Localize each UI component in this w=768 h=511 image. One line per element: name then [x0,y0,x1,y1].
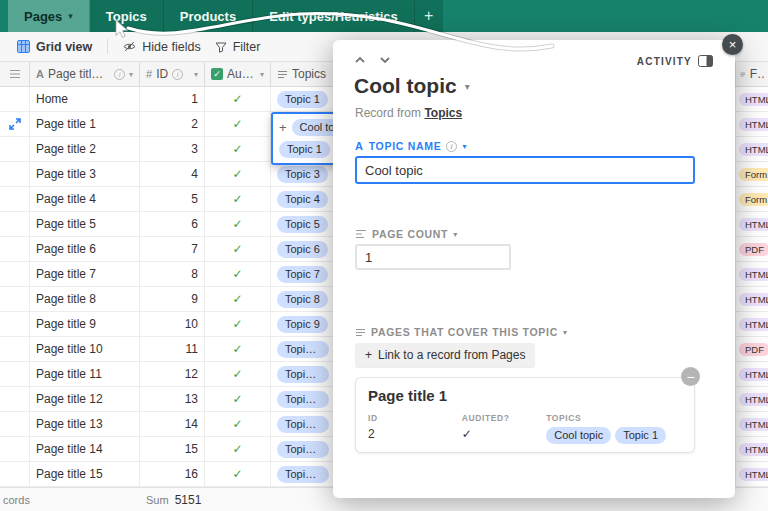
format-cell[interactable]: HTML [735,412,768,437]
audited-cell[interactable]: ✓ [205,212,271,237]
chevron-down-icon[interactable]: ▾ [563,328,568,337]
page-title-cell[interactable]: Page title 4 [30,187,140,212]
topics-cell[interactable]: Topic 7 [271,262,336,287]
audited-cell[interactable]: ✓ [205,237,271,262]
page-title-cell[interactable]: Page title 6 [30,237,140,262]
id-cell[interactable]: 15 [140,437,205,462]
linked-record-card[interactable]: Page title 1 ID 2 AUDITED? ✓ TOPICS Cool… [355,377,695,453]
page-title-cell[interactable]: Page title 2 [30,137,140,162]
id-cell[interactable]: 1 [140,87,205,112]
tab-products[interactable]: Products [164,0,253,32]
table-row[interactable]: Page title 11 12 ✓ Topic 11 [0,362,336,387]
id-cell[interactable]: 6 [140,212,205,237]
table-row[interactable]: Page title 14 15 ✓ Topic 14 [0,437,336,462]
format-cell[interactable]: HTML [735,87,768,112]
field-label-topic-name[interactable]: A TOPIC NAME i ▾ [355,140,467,152]
row-handle-cell[interactable] [0,312,30,337]
row-handle-cell[interactable] [0,387,30,412]
activity-toggle[interactable]: ACTIVITY [637,55,713,67]
table-row[interactable]: Page title 12 13 ✓ Topic 12 [0,387,336,412]
table-row[interactable]: Page title 5 6 ✓ Topic 5 [0,212,336,237]
chevron-down-icon[interactable]: ▾ [462,142,467,151]
id-cell[interactable]: 16 [140,462,205,487]
row-handle-cell[interactable] [0,212,30,237]
audited-cell[interactable]: ✓ [205,287,271,312]
page-title-cell[interactable]: Page title 5 [30,212,140,237]
topics-cell[interactable]: Topic 4 [271,187,336,212]
next-record-button[interactable] [379,56,391,64]
format-cell[interactable]: HTML [735,387,768,412]
audited-cell[interactable]: ✓ [205,362,271,387]
page-title-cell[interactable]: Home [30,87,140,112]
format-cell[interactable]: PDF [735,237,768,262]
topics-cell[interactable]: Topic 13 [271,412,336,437]
topic-name-input[interactable] [355,156,695,184]
chevron-down-icon[interactable]: ▾ [260,70,264,79]
chevron-down-icon[interactable]: ▾ [129,70,133,79]
format-cell[interactable]: HTML [735,462,768,487]
topics-cell[interactable]: Topic 14 [271,437,336,462]
format-cell[interactable]: HTML [735,137,768,162]
page-title-cell[interactable]: Page title 13 [30,412,140,437]
page-title-cell[interactable]: Page title 12 [30,387,140,412]
chevron-down-icon[interactable]: ▾ [194,70,198,79]
table-row[interactable]: Page title 3 4 ✓ Topic 3 [0,162,336,187]
tab-edit-types-heuristics[interactable]: Edit types/Heuristics [253,0,415,32]
record-title[interactable]: Cool topic ▾ [354,74,470,98]
topics-cell[interactable]: Topic 8 [271,287,336,312]
page-title-cell[interactable]: Page title 7 [30,262,140,287]
hide-fields-button[interactable]: Hide fields [116,37,207,57]
row-handle-cell[interactable] [0,362,30,387]
id-cell[interactable]: 11 [140,337,205,362]
row-handle-cell[interactable] [0,87,30,112]
table-row[interactable]: Page title 9 10 ✓ Topic 9 [0,312,336,337]
id-cell[interactable]: 8 [140,262,205,287]
column-header-audited[interactable]: ✓ Audited? ▾ [205,62,271,87]
row-handle-cell[interactable] [0,462,30,487]
page-count-input[interactable] [355,244,511,270]
row-handle-cell[interactable] [0,287,30,312]
grid-view-button[interactable]: Grid view [10,37,99,57]
topics-cell[interactable]: Topic 5 [271,212,336,237]
format-cell[interactable]: HTML [735,212,768,237]
row-handle-cell[interactable] [0,337,30,362]
id-cell[interactable]: 12 [140,362,205,387]
topics-cell[interactable]: Topic 11 [271,362,336,387]
audited-cell[interactable]: ✓ [205,87,271,112]
tab-pages[interactable]: Pages ▾ [8,0,90,32]
topics-cell[interactable]: Topic 3 [271,162,336,187]
column-header-format[interactable]: Form [735,62,768,87]
table-row[interactable]: Page title 4 5 ✓ Topic 4 [0,187,336,212]
subtitle-table-link[interactable]: Topics [424,106,462,120]
id-cell[interactable]: 7 [140,237,205,262]
format-cell[interactable]: HTML [735,437,768,462]
topic-badge[interactable]: Topic 1 [279,141,330,158]
audited-cell[interactable]: ✓ [205,337,271,362]
id-cell[interactable]: 2 [140,112,205,137]
tab-topics[interactable]: Topics [90,0,164,32]
row-handle-cell[interactable] [0,112,30,137]
expand-record-icon[interactable] [9,118,21,130]
format-cell[interactable]: HTML [735,112,768,137]
row-handle-cell[interactable] [0,162,30,187]
row-handle-cell[interactable] [0,262,30,287]
link-record-button[interactable]: + Link to a record from Pages [355,343,535,367]
id-cell[interactable]: 13 [140,387,205,412]
audited-cell[interactable]: ✓ [205,412,271,437]
topics-cell[interactable]: Topic 9 [271,312,336,337]
audited-cell[interactable]: ✓ [205,112,271,137]
table-row[interactable]: Page title 6 7 ✓ Topic 6 [0,237,336,262]
audited-cell[interactable]: ✓ [205,462,271,487]
topic-badge[interactable]: Topic 1 [615,427,666,444]
id-cell[interactable]: 5 [140,187,205,212]
table-row[interactable]: Page title 7 8 ✓ Topic 7 [0,262,336,287]
unlink-record-icon[interactable]: − [681,367,700,386]
table-row[interactable]: Page title 10 11 ✓ Topic 10 [0,337,336,362]
chevron-down-icon[interactable]: ▾ [453,230,458,239]
table-row[interactable]: Page title 13 14 ✓ Topic 13 [0,412,336,437]
format-cell[interactable]: HTML [735,312,768,337]
column-header-id[interactable]: # ID i ▾ [140,62,205,87]
column-header-page-title[interactable]: A Page title (H1) i ▾ [30,62,140,87]
format-cell[interactable]: HTML [735,262,768,287]
topics-cell[interactable]: Topic 6 [271,237,336,262]
